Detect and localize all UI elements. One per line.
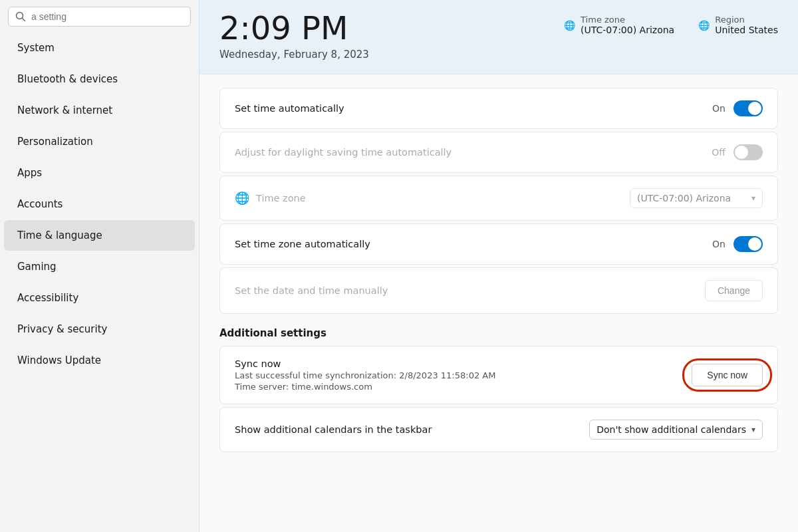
calendar-label: Show additional calendars in the taskbar [235,424,432,435]
set-date-manual-label: Set the date and time manually [235,285,388,296]
current-date: Wednesday, February 8, 2023 [219,49,369,61]
sidebar-item-windows-update[interactable]: Windows Update [4,345,195,376]
sidebar-item-bluetooth[interactable]: Bluetooth & devices [4,64,195,94]
daylight-toggle[interactable] [733,144,763,160]
set-timezone-auto-toggle[interactable] [733,236,763,252]
set-time-auto-status: On [712,103,726,114]
timezone-dropdown-value: (UTC-07:00) Arizona [637,193,731,203]
calendar-chevron-icon: ▾ [751,425,755,434]
daylight-label: Adjust for daylight saving time automati… [235,147,452,158]
sync-card: Sync now Last successful time synchroniz… [219,346,778,404]
sidebar-item-privacy[interactable]: Privacy & security [4,314,195,344]
calendar-row: Show additional calendars in the taskbar… [219,407,778,452]
sidebar-item-personalization[interactable]: Personalization [4,126,195,157]
sync-title: Sync now [235,358,495,369]
sidebar-item-time[interactable]: Time & language [4,220,195,251]
set-time-auto-card: Set time automatically On [219,88,778,129]
timezone-dropdown[interactable]: (UTC-07:00) Arizona ▾ [630,188,763,208]
set-timezone-auto-right: On [712,236,763,252]
region-badge-label: Region [715,15,778,25]
set-time-auto-toggle-knob [748,102,761,115]
set-date-manual-right: Change [705,280,763,301]
set-date-manual-card: Set the date and time manually Change [219,267,778,314]
search-input[interactable] [31,11,184,22]
timezone-row-label: 🌐 Time zone [235,191,306,205]
daylight-status: Off [712,147,726,158]
set-time-auto-label: Set time automatically [235,103,344,114]
region-badge-value: United States [715,25,778,35]
sync-detail-1: Last successful time synchronization: 2/… [235,370,495,380]
sidebar-item-gaming[interactable]: Gaming [4,251,195,282]
header: 2:09 PM Wednesday, February 8, 2023 🌐 Ti… [200,0,798,74]
set-timezone-auto-card: Set time zone automatically On [219,223,778,265]
main-content: 2:09 PM Wednesday, February 8, 2023 🌐 Ti… [200,0,798,532]
calendar-dropdown[interactable]: Don't show additional calendars ▾ [589,420,763,440]
set-time-auto-right: On [712,100,763,116]
sidebar-item-accessibility[interactable]: Accessibility [4,283,195,313]
change-button[interactable]: Change [705,280,763,301]
header-badges: 🌐 Time zone (UTC-07:00) Arizona 🌐 Region… [564,11,778,35]
timezone-row: 🌐 Time zone (UTC-07:00) Arizona ▾ [220,176,777,220]
settings-content: Set time automatically On Adjust for day… [200,74,798,472]
sync-detail-2: Time server: time.windows.com [235,382,495,392]
timezone-globe-icon: 🌐 [564,20,575,31]
additional-settings-heading: Additional settings [219,327,778,339]
timezone-row-icon: 🌐 [235,191,249,205]
region-badge: 🌐 Region United States [698,15,778,35]
set-time-auto-toggle[interactable] [733,100,763,116]
search-icon [15,11,26,22]
sync-btn-wrapper: Sync now [692,364,763,386]
sidebar-item-system[interactable]: System [4,33,195,63]
set-date-manual-row: Set the date and time manually Change [220,268,777,313]
timezone-row-right: (UTC-07:00) Arizona ▾ [630,188,763,208]
sidebar: System Bluetooth & devices Network & int… [0,0,200,532]
set-timezone-auto-label: Set time zone automatically [235,239,370,249]
sidebar-item-apps[interactable]: Apps [4,158,195,188]
sync-row: Sync now Last successful time synchroniz… [220,346,777,404]
set-timezone-auto-toggle-knob [748,237,761,251]
set-timezone-auto-status: On [712,239,726,249]
sidebar-item-network[interactable]: Network & internet [4,95,195,126]
sync-now-button[interactable]: Sync now [692,364,763,386]
daylight-card: Adjust for daylight saving time automati… [219,132,778,173]
set-timezone-auto-row: Set time zone automatically On [220,224,777,264]
search-bar[interactable] [8,7,191,27]
timezone-badge-label: Time zone [581,15,674,25]
timezone-badge: 🌐 Time zone (UTC-07:00) Arizona [564,15,674,35]
svg-line-1 [23,19,25,21]
set-time-auto-row: Set time automatically On [220,88,777,128]
sidebar-item-accounts[interactable]: Accounts [4,189,195,219]
timezone-chevron-icon: ▾ [751,194,755,203]
sync-info: Sync now Last successful time synchroniz… [235,358,495,392]
daylight-toggle-knob [735,146,748,159]
timezone-badge-value: (UTC-07:00) Arizona [581,25,674,35]
region-globe-icon: 🌐 [698,20,710,31]
timezone-card: 🌐 Time zone (UTC-07:00) Arizona ▾ [219,176,778,221]
sidebar-nav: System Bluetooth & devices Network & int… [0,32,199,376]
daylight-row: Adjust for daylight saving time automati… [220,132,777,172]
daylight-right: Off [712,144,763,160]
calendar-dropdown-value: Don't show additional calendars [597,424,746,435]
current-time: 2:09 PM [219,11,369,46]
